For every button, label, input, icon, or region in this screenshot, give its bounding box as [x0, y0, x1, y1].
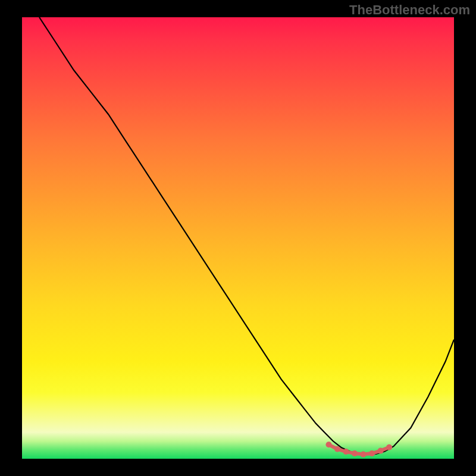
optimal-range-dot [369, 450, 375, 456]
watermark-text: TheBottleneck.com [349, 2, 470, 18]
optimal-range-highlight [326, 441, 393, 457]
optimal-range-dot [378, 448, 384, 454]
chart-svg [22, 17, 454, 459]
bottleneck-curve-line [39, 17, 454, 455]
optimal-range-dot [326, 441, 332, 447]
optimal-range-dot [361, 452, 367, 458]
optimal-range-dot [343, 449, 349, 455]
optimal-range-dot [334, 446, 340, 452]
chart-plot-area [22, 17, 454, 459]
optimal-range-dot [352, 450, 358, 456]
optimal-range-dot [386, 444, 392, 450]
